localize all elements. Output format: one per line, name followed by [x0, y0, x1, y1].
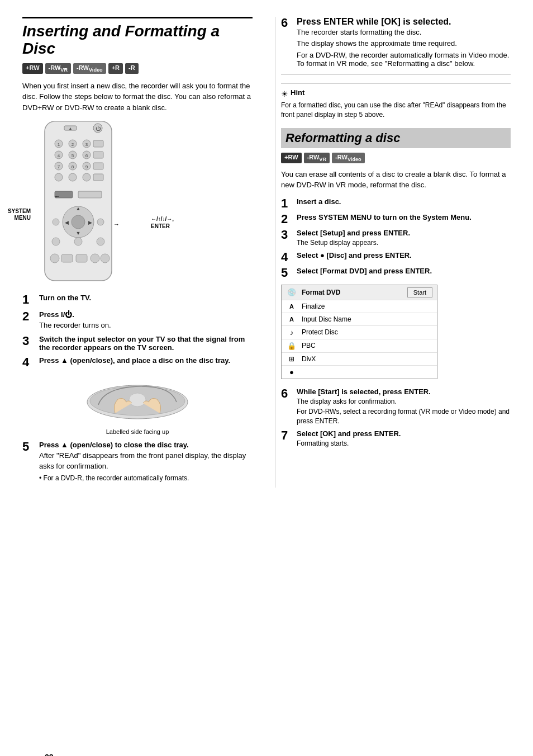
step-3-num: 3 — [22, 335, 34, 347]
svg-text:⏻: ⏻ — [96, 126, 101, 131]
protect-icon: ♪ — [286, 328, 297, 337]
step-2-num: 2 — [22, 310, 34, 323]
svg-text:9: 9 — [85, 164, 88, 169]
step-3-text: Switch the input selector on your TV so … — [39, 335, 245, 352]
svg-rect-11 — [93, 140, 103, 147]
reformat-step-1-content: Insert a disc. — [297, 197, 511, 206]
svg-rect-29 — [93, 174, 103, 181]
svg-point-47 — [101, 254, 110, 263]
reformat-step-7-num: 7 — [281, 429, 292, 442]
format-menu-box: 💿 Format DVD Start A Finalize A Input Di… — [281, 285, 437, 379]
start-button[interactable]: Start — [407, 287, 432, 297]
reformat-step-4-content: Select ● [Disc] and press ENTER. — [297, 251, 511, 259]
disc-badges: +RW -RWVR -RWVideo +R -R — [22, 63, 253, 74]
step6-line1: The recorder starts formatting the disc.… — [297, 27, 511, 49]
step6-row: 6 Press ENTER while [OK] is selected. Th… — [281, 17, 511, 68]
step-4-num: 4 — [22, 356, 34, 368]
format-menu-row-pbc: 🔒 PBC — [282, 339, 437, 353]
svg-point-46 — [91, 254, 99, 263]
svg-rect-25 — [93, 163, 103, 169]
svg-text:▲: ▲ — [69, 126, 73, 130]
format-menu-row-finalize: A Finalize — [282, 300, 437, 313]
reformat-step-3-text: Select [Setup] and press ENTER. — [297, 229, 410, 237]
reformat-step-3: 3 Select [Setup] and press ENTER. The Se… — [281, 229, 511, 248]
badge-plusr: +R — [108, 63, 123, 74]
step-5-sub: After "REAd" disappears from the front p… — [39, 451, 253, 471]
reformat-step-5: 5 Select [Format DVD] and press ENTER. — [281, 267, 511, 279]
pbc-label: PBC — [302, 342, 432, 349]
reformat-step-4: 4 Select ● [Disc] and press ENTER. — [281, 251, 511, 263]
svg-text:5: 5 — [72, 153, 74, 158]
badge-minusr: -R — [125, 63, 139, 74]
step-2-sub: The recorder turns on. — [39, 320, 253, 330]
badge-plusrw: +RW — [22, 63, 43, 74]
reformat-section-header: Reformatting a disc — [281, 128, 511, 148]
step-4: 4 Press ▲ (open/close), and place a disc… — [22, 356, 253, 368]
step-2-content: Press I/⏻. The recorder turns on. — [39, 310, 253, 330]
format-dvd-label: Format DVD — [302, 289, 403, 296]
reformat-badge-minusrwvr: -RWVR — [304, 153, 330, 163]
reformat-step-1-text: Insert a disc. — [297, 197, 341, 206]
left-column: Inserting and Formatting a Disc +RW -RWV… — [22, 17, 258, 488]
svg-point-26 — [55, 173, 63, 181]
reformat-step-3-content: Select [Setup] and press ENTER. The Setu… — [297, 229, 511, 248]
step6-num: 6 — [281, 17, 292, 29]
svg-text:8: 8 — [72, 164, 74, 169]
badge-minusrwvideo: -RWVideo — [73, 63, 106, 74]
intro-text: When you first insert a new disc, the re… — [22, 81, 253, 114]
step-3-content: Switch the input selector on your TV so … — [39, 335, 253, 352]
reformat-step-4-num: 4 — [281, 251, 292, 263]
step-4-text: Press ▲ (open/close), and place a disc o… — [39, 356, 230, 365]
enter-label: ←/↑/↓/→,ENTER — [151, 215, 182, 230]
divx-label: DivX — [302, 355, 432, 363]
disc-image — [82, 374, 193, 424]
reformat-step-6-sub: The display asks for confirmation. — [297, 397, 511, 407]
reformat-intro: You can erase all contents of a disc to … — [281, 169, 511, 191]
divx-icon: ⊞ — [286, 355, 297, 363]
svg-point-28 — [83, 173, 91, 181]
finalize-label: Finalize — [302, 303, 432, 310]
hint-icon: ☀ — [281, 89, 288, 98]
svg-text:3: 3 — [85, 142, 88, 147]
reformat-step-4-text: Select ● [Disc] and press ENTER. — [297, 251, 412, 259]
reformat-step-7: 7 Select [OK] and press ENTER. Formattin… — [281, 429, 511, 448]
system-menu-arrow: ← — [54, 193, 60, 200]
reformat-title: Reformatting a disc — [285, 131, 400, 145]
step-3: 3 Switch the input selector on your TV s… — [22, 335, 253, 352]
step-5-text: Press ▲ (open/close) to close the disc t… — [39, 441, 189, 449]
remote-svg: ▲ ⏻ 1 2 3 — [34, 121, 123, 285]
svg-text:▶: ▶ — [88, 220, 92, 225]
svg-point-33 — [72, 215, 85, 229]
step6-title: Press ENTER while [OK] is selected. — [297, 17, 451, 26]
format-menu-row-1: 💿 Format DVD Start — [282, 285, 437, 300]
svg-point-41 — [74, 238, 82, 245]
step-5: 5 Press ▲ (open/close) to close the disc… — [22, 441, 253, 483]
reformat-step-1-num: 1 — [281, 197, 292, 210]
steps-list: 1 Turn on the TV. 2 Press I/⏻. The recor… — [22, 294, 253, 368]
svg-point-43 — [50, 254, 59, 263]
reformat-step-2-content: Press SYSTEM MENU to turn on the System … — [297, 213, 511, 221]
step-1: 1 Turn on the TV. — [22, 294, 253, 306]
step-1-text: Turn on the TV. — [39, 294, 91, 302]
reformat-step-7-content: Select [OK] and press ENTER. Formatting … — [297, 429, 511, 448]
reformat-step-5-text: Select [Format DVD] and press ENTER. — [297, 267, 432, 275]
reformat-steps-list: 1 Insert a disc. 2 Press SYSTEM MENU to … — [281, 197, 511, 279]
reformat-badge-plusrw: +RW — [281, 153, 302, 163]
hint-text: For a formatted disc, you can use the di… — [281, 101, 511, 120]
disc-icon: 💿 — [286, 288, 297, 296]
inputname-icon: A — [286, 316, 297, 323]
step6-content: Press ENTER while [OK] is selected. The … — [297, 17, 511, 68]
step6-section: 6 Press ENTER while [OK] is selected. Th… — [281, 17, 511, 68]
svg-text:◀: ◀ — [65, 220, 69, 225]
reformat-step-5-num: 5 — [281, 267, 292, 279]
disc-caption: Labelled side facing up — [22, 428, 253, 435]
svg-rect-45 — [76, 254, 87, 262]
svg-point-42 — [97, 238, 104, 245]
reformat-badges: +RW -RWVR -RWVideo — [281, 153, 511, 163]
enter-arrow: → — [113, 221, 120, 228]
reformat-step-2-num: 2 — [281, 213, 292, 225]
reformat-step-3-num: 3 — [281, 229, 292, 241]
hint-title: Hint — [291, 88, 304, 97]
right-column: 6 Press ENTER while [OK] is selected. Th… — [275, 17, 511, 488]
step5-list: 5 Press ▲ (open/close) to close the disc… — [22, 441, 253, 483]
